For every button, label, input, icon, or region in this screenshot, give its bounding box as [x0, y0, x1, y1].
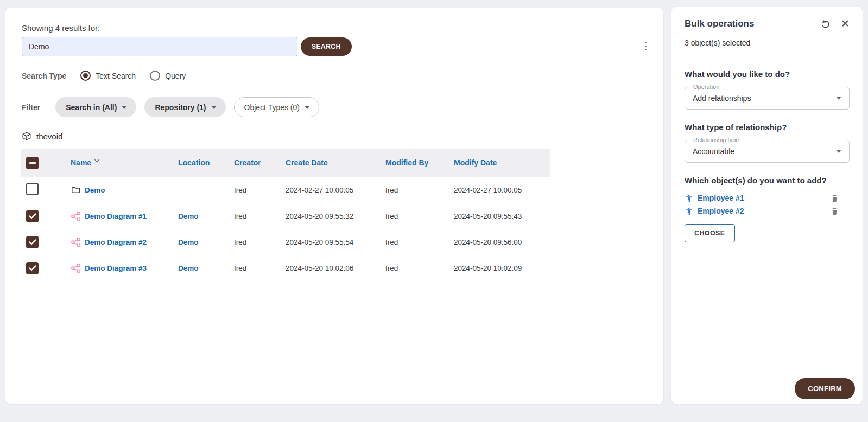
- relationship-type-select[interactable]: Relationship type Accountable: [685, 140, 850, 163]
- row-creator: fred: [234, 264, 286, 272]
- check-icon: [29, 213, 36, 219]
- table-row: Demo Diagram #1 Demo fred 2024-05-20 09:…: [21, 203, 550, 229]
- column-header-location[interactable]: Location: [178, 158, 234, 167]
- column-label: Create Date: [286, 158, 328, 167]
- row-modified-by: fred: [385, 212, 454, 220]
- row-create-date: 2024-05-20 10:02:06: [286, 264, 385, 272]
- column-header-modify-date[interactable]: Modify Date: [454, 158, 550, 167]
- chevron-down-icon: [836, 97, 841, 100]
- repository-group-header: thevoid: [22, 131, 647, 141]
- row-modify-date: 2024-05-20 09:55:43: [454, 212, 550, 220]
- radio-icon: [80, 71, 91, 81]
- row-modify-date: 2024-05-20 10:02:09: [454, 264, 550, 272]
- operation-question: What would you like to do?: [685, 69, 850, 79]
- relationship-question: What type of relationship?: [685, 123, 850, 132]
- relationship-select-value: Accountable: [693, 147, 836, 156]
- row-checkbox[interactable]: [26, 183, 39, 195]
- search-results-panel: Showing 4 results for: SEARCH ⋮ Search T…: [5, 8, 663, 404]
- diagram-icon: [71, 263, 81, 273]
- row-create-date: 2024-05-20 09:55:54: [286, 238, 385, 246]
- column-label: Creator: [234, 158, 261, 167]
- row-modified-by: fred: [385, 186, 454, 194]
- bulk-panel-header: Bulk operations ✕: [685, 18, 850, 29]
- trash-icon[interactable]: [831, 194, 839, 202]
- column-header-creator[interactable]: Creator: [234, 158, 286, 167]
- chevron-down-icon: [836, 150, 841, 153]
- choose-button[interactable]: CHOOSE: [685, 224, 735, 242]
- table-body: Demo fred 2024-02-27 10:00:05 fred 2024-…: [21, 177, 550, 281]
- chip-label: Object Types (0): [244, 103, 300, 112]
- radio-query[interactable]: Query: [150, 71, 186, 81]
- table-row: Demo Diagram #3 Demo fred 2024-05-20 10:…: [21, 255, 550, 281]
- row-name-link[interactable]: Demo Diagram #1: [85, 212, 147, 220]
- radio-text-search[interactable]: Text Search: [80, 71, 136, 81]
- row-name-link[interactable]: Demo: [85, 186, 105, 194]
- refresh-icon[interactable]: [820, 18, 831, 29]
- radio-icon: [150, 71, 160, 81]
- search-type-label: Search Type: [22, 72, 66, 80]
- table-row: Demo Diagram #2 Demo fred 2024-05-20 09:…: [21, 229, 550, 255]
- trash-icon[interactable]: [831, 207, 839, 215]
- table-row: Demo fred 2024-02-27 10:00:05 fred 2024-…: [21, 177, 550, 203]
- column-label: Modified By: [385, 158, 428, 167]
- column-header-modified-by[interactable]: Modified By: [385, 158, 454, 167]
- sort-chevron-icon: [94, 159, 100, 163]
- operation-select-value: Add relationships: [693, 94, 836, 103]
- row-create-date: 2024-02-27 10:00:05: [286, 186, 385, 194]
- row-modify-date: 2024-05-20 09:56:00: [454, 238, 550, 246]
- close-icon[interactable]: ✕: [841, 18, 850, 29]
- column-label: Modify Date: [454, 158, 497, 167]
- search-type-row: Search Type Text Search Query: [22, 71, 647, 81]
- row-checkbox[interactable]: [26, 262, 39, 274]
- selected-object-row: Employee #1: [685, 191, 850, 204]
- row-modify-date: 2024-02-27 10:00:05: [454, 186, 550, 194]
- operation-select[interactable]: Operation Add relationships: [685, 87, 850, 110]
- row-create-date: 2024-05-20 09:55:32: [286, 212, 385, 220]
- row-modified-by: fred: [385, 264, 454, 272]
- filter-chip-search-in[interactable]: Search in (All): [55, 97, 136, 117]
- filter-chip-object-types[interactable]: Object Types (0): [234, 97, 319, 117]
- chevron-down-icon: [305, 106, 310, 109]
- search-row: SEARCH ⋮: [22, 37, 647, 56]
- row-creator: fred: [234, 186, 286, 194]
- column-label: Location: [178, 158, 210, 167]
- search-button[interactable]: SEARCH: [301, 37, 352, 56]
- selected-object-row: Employee #2: [685, 204, 850, 218]
- select-all-checkbox[interactable]: [26, 157, 39, 169]
- table-header: Name Location Creator Create Date Modifi…: [21, 149, 550, 177]
- row-name-link[interactable]: Demo Diagram #3: [85, 264, 147, 272]
- filter-chip-repository[interactable]: Repository (1): [144, 97, 225, 117]
- row-modified-by: fred: [385, 238, 454, 246]
- row-checkbox[interactable]: [26, 236, 39, 248]
- selected-count-text: 3 object(s) selected: [685, 39, 850, 47]
- column-header-name[interactable]: Name: [71, 158, 178, 167]
- confirm-button[interactable]: CONFIRM: [795, 378, 855, 399]
- chevron-down-icon: [211, 106, 217, 109]
- row-location-link[interactable]: Demo: [178, 264, 199, 272]
- object-name-link[interactable]: Employee #2: [698, 207, 831, 215]
- folder-icon: [71, 185, 81, 195]
- filter-label: Filter: [22, 103, 40, 112]
- repository-cube-icon: [22, 131, 31, 141]
- results-count-text: Showing 4 results for:: [22, 23, 647, 33]
- radio-label: Text Search: [96, 72, 136, 80]
- results-table: Name Location Creator Create Date Modifi…: [21, 149, 550, 281]
- object-name-link[interactable]: Employee #1: [698, 194, 831, 202]
- radio-label: Query: [165, 72, 186, 80]
- divider: [685, 56, 850, 56]
- chevron-down-icon: [122, 106, 127, 109]
- more-options-kebab-icon[interactable]: ⋮: [639, 39, 652, 53]
- column-label: Name: [71, 158, 91, 167]
- diagram-icon: [71, 211, 81, 221]
- search-input[interactable]: [22, 37, 297, 56]
- diagram-icon: [71, 237, 81, 247]
- row-checkbox[interactable]: [26, 210, 39, 222]
- row-location-link[interactable]: Demo: [178, 212, 199, 220]
- bulk-panel-title: Bulk operations: [685, 18, 820, 29]
- person-icon: [685, 207, 693, 216]
- repository-name: thevoid: [36, 132, 62, 141]
- bulk-operations-panel: Bulk operations ✕ 3 object(s) selected W…: [671, 7, 863, 404]
- row-name-link[interactable]: Demo Diagram #2: [85, 238, 147, 246]
- column-header-create-date[interactable]: Create Date: [286, 158, 385, 167]
- row-location-link[interactable]: Demo: [178, 238, 199, 246]
